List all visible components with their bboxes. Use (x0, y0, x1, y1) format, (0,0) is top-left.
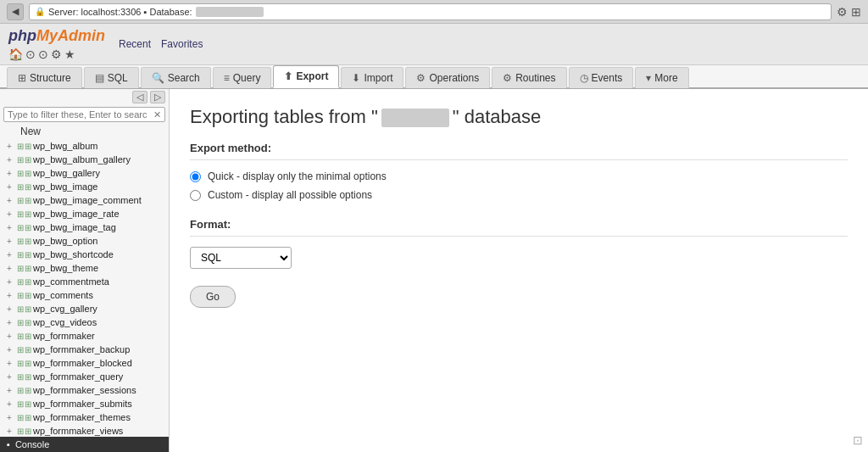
tab-structure[interactable]: ⊞ Structure (7, 67, 82, 88)
collapse-left-button[interactable]: ◁ (132, 91, 147, 103)
collapse-right-button[interactable]: ▷ (150, 91, 165, 103)
sidebar-table-item[interactable]: + ⊞ ⊞ wp_bwg_image_rate (0, 207, 169, 220)
table-icon: ⊞ (17, 399, 24, 409)
tab-import[interactable]: ⬇ Import (341, 67, 403, 88)
table-icons: ⊞ ⊞ (17, 413, 31, 422)
new-label: New (20, 126, 41, 137)
tab-routines-label: Routines (515, 72, 555, 84)
circle-icon-2[interactable]: ⊙ (38, 47, 48, 61)
tab-query[interactable]: ≡ Query (213, 67, 272, 88)
tab-structure-label: Structure (30, 72, 71, 84)
sidebar-table-item[interactable]: + ⊞ ⊞ wp_bwg_image (0, 180, 169, 193)
format-select[interactable]: SQLCSVJSONXMLODSPDF (190, 247, 292, 269)
sidebar-table-item[interactable]: + ⊞ ⊞ wp_formmaker_query (0, 370, 169, 383)
tab-routines[interactable]: ⚙ Routines (492, 67, 566, 88)
settings-icon[interactable]: ⚙ (837, 5, 848, 19)
table-icon: ⊞ (17, 359, 24, 368)
resize-handle[interactable]: ⊡ (853, 433, 863, 447)
table-icon2: ⊞ (25, 250, 31, 259)
expand-icon: + (7, 413, 15, 422)
tab-export[interactable]: ⬆ Export (273, 65, 339, 88)
url-bar[interactable]: 🔒 Server: localhost:3306 ▪ Database: (29, 3, 832, 20)
table-name: wp_bwg_theme (33, 263, 98, 273)
sidebar-table-item[interactable]: + ⊞ ⊞ wp_formmaker_views (0, 424, 169, 437)
sidebar-filter-input[interactable] (4, 108, 150, 121)
table-icon: ⊞ (17, 169, 24, 178)
back-button[interactable]: ◀ (7, 3, 24, 20)
radio-custom-option[interactable]: Custom - display all possible options (190, 189, 848, 201)
table-icons: ⊞ ⊞ (17, 291, 31, 300)
url-redacted (196, 7, 264, 17)
go-button[interactable]: Go (190, 286, 236, 308)
table-name: wp_formmaker_themes (33, 412, 131, 422)
radio-quick-option[interactable]: Quick - display only the minimal options (190, 170, 848, 182)
sidebar-table-item[interactable]: + ⊞ ⊞ wp_formmaker_blocked (0, 356, 169, 370)
sidebar-table-item[interactable]: + ⊞ ⊞ wp_commentmeta (0, 275, 169, 288)
grid-icon[interactable]: ⊞ (851, 5, 861, 19)
app-wrapper: phpMyAdmin 🏠 ⊙ ⊙ ⚙ ★ Recent Favorites ⊞ … (0, 24, 868, 452)
table-icon2: ⊞ (25, 196, 31, 205)
expand-icon: + (7, 209, 15, 219)
sidebar-filter[interactable]: ✕ (3, 107, 165, 122)
sidebar-table-item[interactable]: + ⊞ ⊞ wp_bwg_gallery (0, 166, 169, 180)
sidebar-table-item[interactable]: + ⊞ ⊞ wp_bwg_image_comment (0, 193, 169, 207)
tab-events[interactable]: ◷ Events (569, 67, 634, 88)
expand-icon: + (7, 345, 15, 354)
circle-icon-1[interactable]: ⊙ (25, 47, 36, 61)
table-name: wp_bwg_shortcode (33, 249, 114, 259)
table-icons: ⊞ ⊞ (17, 182, 31, 192)
sidebar-table-item[interactable]: + ⊞ ⊞ wp_cvg_videos (0, 315, 169, 329)
radio-quick-input[interactable] (190, 171, 201, 182)
table-icon: ⊞ (17, 155, 24, 165)
tab-operations[interactable]: ⚙ Operations (405, 67, 490, 88)
expand-icon: + (7, 386, 15, 395)
sidebar-new-item[interactable]: New (0, 124, 169, 139)
table-icon2: ⊞ (25, 345, 31, 354)
url-text: Server: localhost:3306 ▪ Database: (48, 7, 192, 17)
table-icon2: ⊞ (25, 169, 31, 178)
export-method-radio-group: Quick - display only the minimal options… (190, 170, 848, 201)
tab-more[interactable]: ▾ More (635, 67, 688, 88)
sidebar-table-item[interactable]: + ⊞ ⊞ wp_formmaker (0, 329, 169, 343)
table-icon: ⊞ (17, 332, 24, 341)
sidebar-table-item[interactable]: + ⊞ ⊞ wp_bwg_shortcode (0, 248, 169, 261)
sidebar-table-item[interactable]: + ⊞ ⊞ wp_bwg_image_tag (0, 220, 169, 234)
sidebar-filter-clear-icon[interactable]: ✕ (150, 109, 164, 120)
sidebar-table-item[interactable]: + ⊞ ⊞ wp_formmaker_backup (0, 343, 169, 356)
gear-icon[interactable]: ⚙ (51, 47, 62, 61)
sidebar-tables-list: + ⊞ ⊞ wp_bwg_album + ⊞ ⊞ wp_bwg_album_ga… (0, 139, 169, 437)
sidebar-table-item[interactable]: + ⊞ ⊞ wp_cvg_gallery (0, 302, 169, 315)
table-icon2: ⊞ (25, 182, 31, 192)
expand-icon: + (7, 304, 15, 314)
console-bar[interactable]: ▪ Console (0, 437, 169, 452)
recent-link[interactable]: Recent (119, 38, 151, 50)
table-name: wp_formmaker_blocked (33, 358, 132, 368)
table-name: wp_formmaker_views (33, 426, 123, 436)
table-name: wp_formmaker (33, 331, 95, 341)
sidebar-table-item[interactable]: + ⊞ ⊞ wp_bwg_option (0, 234, 169, 248)
favorites-link[interactable]: Favorites (161, 38, 203, 50)
sidebar-table-item[interactable]: + ⊞ ⊞ wp_comments (0, 288, 169, 302)
radio-custom-input[interactable] (190, 190, 201, 201)
home-icon[interactable]: 🏠 (8, 47, 23, 61)
table-icon: ⊞ (17, 304, 24, 314)
star-icon[interactable]: ★ (64, 47, 75, 61)
table-icons: ⊞ ⊞ (17, 264, 31, 273)
table-icon2: ⊞ (25, 223, 31, 232)
export-icon: ⬆ (284, 70, 292, 82)
table-icon2: ⊞ (25, 399, 31, 409)
tab-sql[interactable]: ▤ SQL (84, 67, 139, 88)
sidebar-table-item[interactable]: + ⊞ ⊞ wp_bwg_album_gallery (0, 153, 169, 166)
sidebar-table-item[interactable]: + ⊞ ⊞ wp_formmaker_sessions (0, 383, 169, 397)
url-icon: 🔒 (35, 7, 45, 16)
sidebar-table-item[interactable]: + ⊞ ⊞ wp_formmaker_themes (0, 410, 169, 424)
format-label: Format: (190, 218, 848, 237)
table-icons: ⊞ ⊞ (17, 237, 31, 246)
sidebar-table-item[interactable]: + ⊞ ⊞ wp_bwg_theme (0, 261, 169, 275)
table-name: wp_formmaker_backup (33, 344, 130, 354)
table-icon2: ⊞ (25, 237, 31, 246)
sidebar-table-item[interactable]: + ⊞ ⊞ wp_bwg_album (0, 139, 169, 153)
table-name: wp_bwg_album_gallery (33, 154, 131, 165)
sidebar-table-item[interactable]: + ⊞ ⊞ wp_formmaker_submits (0, 397, 169, 410)
tab-search[interactable]: 🔍 Search (141, 67, 211, 88)
